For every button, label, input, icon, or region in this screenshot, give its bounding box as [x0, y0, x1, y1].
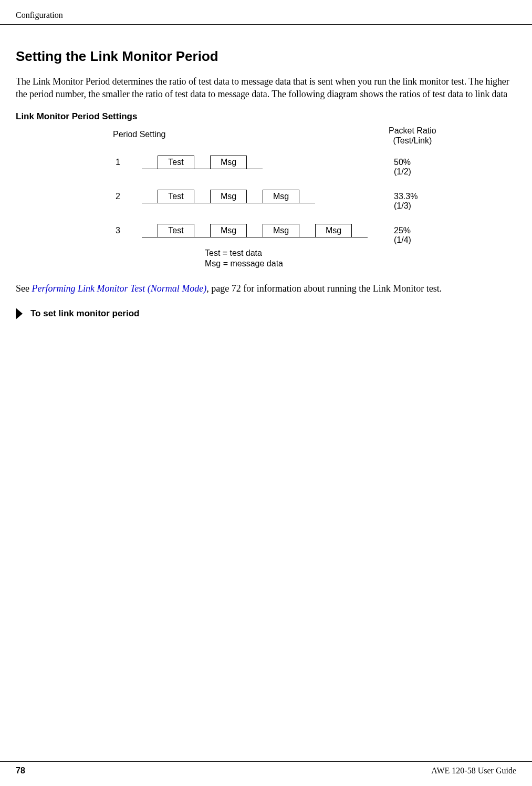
- packet-box: Msg: [210, 224, 247, 237]
- legend-line: Test = test data: [205, 248, 283, 259]
- period-value: 2: [116, 192, 120, 201]
- connector-line: [299, 237, 315, 237]
- packet-box: Test: [158, 224, 194, 237]
- crossref-suffix: , page 72 for information about running …: [206, 283, 442, 294]
- period-value: 3: [116, 226, 120, 235]
- guide-name: AWE 120-58 User Guide: [431, 766, 516, 775]
- link-monitor-diagram: Period Setting Packet Ratio (Test/Link) …: [95, 125, 516, 272]
- connector-line: [142, 169, 158, 169]
- ratio-value: 50% (1/2): [394, 158, 411, 177]
- page-footer: 78 AWE 120-58 User Guide: [0, 761, 532, 775]
- connector-line: [352, 237, 368, 237]
- packet-box: Msg: [263, 224, 299, 237]
- ratio-value: 25% (1/4): [394, 226, 411, 245]
- page-header: Configuration: [0, 0, 532, 25]
- packet-box: Msg: [315, 224, 352, 237]
- diagram-legend: Test = test data Msg = message data: [205, 248, 283, 270]
- ratio-value: 33.3% (1/3): [394, 192, 418, 211]
- packet-box: Test: [158, 156, 194, 169]
- crossref-prefix: See: [16, 283, 32, 294]
- connector-line: [194, 169, 210, 169]
- packet-box: Msg: [263, 190, 299, 203]
- intro-paragraph: The Link Monitor Period determines the r…: [16, 75, 516, 101]
- procedure-title: To set link monitor period: [30, 308, 139, 319]
- legend-line: Msg = message data: [205, 258, 283, 270]
- connector-line: [247, 169, 263, 169]
- page-number: 78: [16, 766, 25, 775]
- ratio-header-line1: Packet Ratio: [389, 126, 436, 136]
- page-content: Setting the Link Monitor Period The Link…: [0, 25, 532, 319]
- svg-marker-0: [16, 308, 23, 319]
- chapter-name: Configuration: [16, 11, 63, 19]
- column-header-ratio: Packet Ratio (Test/Link): [389, 126, 436, 146]
- ratio-header-line2: (Test/Link): [389, 136, 436, 146]
- crossref-link[interactable]: Performing Link Monitor Test (Normal Mod…: [32, 283, 207, 294]
- arrow-right-icon: [16, 308, 25, 319]
- connector-line: [247, 203, 263, 203]
- connector-line: [142, 203, 158, 203]
- column-header-period: Period Setting: [113, 130, 166, 139]
- cross-reference: See Performing Link Monitor Test (Normal…: [16, 282, 516, 295]
- packet-train: Test Msg: [142, 153, 263, 169]
- diagram-title: Link Monitor Period Settings: [16, 111, 516, 122]
- connector-line: [299, 203, 315, 203]
- packet-box: Msg: [210, 156, 247, 169]
- connector-line: [194, 237, 210, 237]
- packet-train: Test Msg Msg: [142, 188, 315, 203]
- connector-line: [194, 203, 210, 203]
- period-value: 1: [116, 158, 120, 167]
- connector-line: [247, 237, 263, 237]
- procedure-heading: To set link monitor period: [16, 308, 516, 319]
- packet-box: Msg: [210, 190, 247, 203]
- packet-train: Test Msg Msg Msg: [142, 222, 368, 237]
- connector-line: [142, 237, 158, 237]
- packet-box: Test: [158, 190, 194, 203]
- section-title: Setting the Link Monitor Period: [16, 48, 516, 65]
